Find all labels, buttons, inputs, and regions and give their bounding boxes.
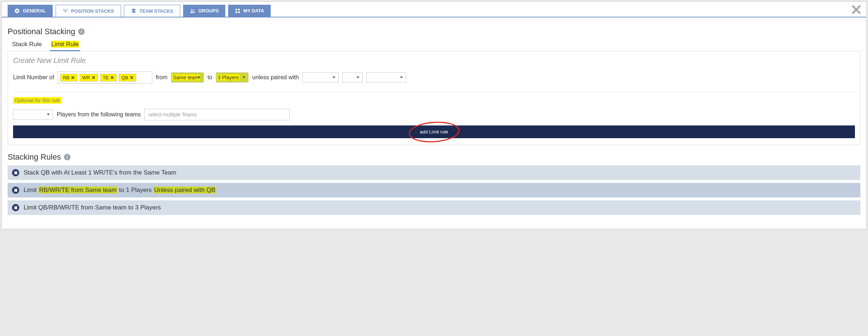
rule-item[interactable]: ✖Limit QB/RB/WR/TE from Same team to 3 P… (8, 200, 860, 215)
tab-label: GENERAL (23, 8, 46, 13)
svg-point-4 (193, 9, 194, 11)
stacking-rules-text: Stacking Rules (8, 152, 61, 162)
layers-icon (131, 8, 137, 14)
info-icon[interactable]: i (78, 28, 85, 35)
remove-icon[interactable]: ✕ (110, 75, 114, 80)
limit-number-label: Limit Number of (13, 74, 54, 81)
remove-icon[interactable]: ✕ (130, 75, 134, 80)
subtab-stack-rule[interactable]: Stack Rule (11, 40, 43, 51)
tag-label: TE (103, 75, 109, 80)
tab-label: POSITION STACKS (71, 8, 114, 14)
tag-label: QB (121, 75, 128, 80)
grid-icon (235, 8, 241, 14)
divider (13, 92, 855, 92)
tag-rb[interactable]: RB✕ (60, 74, 77, 81)
positional-heading-text: Positional Stacking (8, 27, 75, 36)
svg-rect-6 (238, 9, 240, 11)
svg-rect-8 (238, 11, 240, 13)
nodes-icon (62, 8, 68, 14)
subtab-limit-rule[interactable]: Limit Rule (50, 40, 80, 51)
to-select[interactable]: 3 Players (216, 72, 249, 83)
tab-position-stacks[interactable]: POSITION STACKS (56, 5, 121, 17)
delete-icon[interactable]: ✖ (12, 169, 19, 176)
rule-text: Stack QB with At Least 1 WR/TE's from th… (24, 169, 177, 176)
stacking-rules-heading: Stacking Rules i (8, 145, 860, 165)
unless-select-1[interactable] (302, 72, 339, 83)
tab-label: TEAM STACKS (140, 8, 173, 14)
limit-rule-panel: Create New Limit Rule Limit Number of RB… (8, 51, 860, 145)
positions-input[interactable]: RB✕ WR✕ TE✕ QB✕ (58, 71, 152, 84)
tag-qb[interactable]: QB✕ (119, 74, 136, 81)
teams-input[interactable]: select multiple Teams (144, 109, 290, 120)
unless-select-3[interactable] (366, 72, 406, 83)
subtabs: Stack Rule Limit Rule (8, 40, 860, 51)
limit-row: Limit Number of RB✕ WR✕ TE✕ QB✕ from Sam… (13, 71, 855, 84)
svg-rect-0 (63, 9, 64, 10)
rules-list: ✖Stack QB with At Least 1 WR/TE's from t… (8, 165, 860, 215)
tab-team-stacks[interactable]: TEAM STACKS (124, 5, 180, 17)
svg-rect-1 (66, 9, 67, 10)
button-label: add Limit rule (420, 129, 448, 135)
info-icon[interactable]: i (64, 154, 70, 160)
content-area: Positional Stacking i Stack Rule Limit R… (2, 17, 866, 229)
unless-label: unless paired with (252, 74, 299, 81)
remove-icon[interactable]: ✕ (92, 75, 96, 80)
svg-rect-5 (235, 9, 237, 11)
rule-text: Limit RB/WR/TE from Same team to 1 Playe… (24, 187, 216, 194)
gear-icon (14, 8, 20, 14)
select-value: 3 Players (217, 75, 239, 80)
tab-groups[interactable]: GROUPS (183, 5, 225, 17)
tag-te[interactable]: TE✕ (100, 74, 117, 81)
tab-label: GROUPS (198, 8, 219, 13)
unless-select-2[interactable] (342, 72, 363, 83)
svg-rect-7 (235, 11, 237, 13)
tab-general[interactable]: GENERAL (8, 5, 53, 17)
from-label: from (156, 74, 167, 81)
remove-icon[interactable]: ✕ (71, 75, 75, 80)
rule-text: Limit QB/RB/WR/TE from Same team to 3 Pl… (24, 204, 161, 211)
top-tabs: GENERAL POSITION STACKS TEAM STACKS GROU… (2, 2, 866, 17)
teams-label: Players from the following teams (57, 111, 141, 118)
svg-point-3 (191, 9, 193, 11)
svg-rect-2 (65, 11, 66, 12)
tag-wr[interactable]: WR✕ (80, 74, 98, 81)
rule-item[interactable]: ✖Limit RB/WR/TE from Same team to 1 Play… (8, 183, 860, 197)
panel-heading: Create New Limit Rule (13, 56, 855, 65)
optional-row: Players from the following teams select … (13, 109, 855, 120)
add-limit-rule-button[interactable]: add Limit rule (13, 125, 855, 138)
optional-label: Optional for this rule (13, 97, 61, 104)
close-icon[interactable]: ✕ (850, 3, 863, 17)
modal-window: ✕ GENERAL POSITION STACKS TEAM STACKS GR… (1, 1, 867, 229)
delete-icon[interactable]: ✖ (12, 204, 19, 211)
tag-label: RB (63, 75, 69, 80)
subtab-label: Limit Rule (51, 41, 79, 48)
placeholder-text: select multiple Teams (148, 112, 197, 117)
tab-label: MY DATA (243, 8, 264, 13)
from-select[interactable]: Same team (171, 72, 204, 83)
to-label: to (207, 74, 212, 81)
tag-label: WR (82, 75, 90, 80)
delete-icon[interactable]: ✖ (12, 187, 19, 194)
optional-select[interactable] (13, 109, 53, 120)
positional-heading: Positional Stacking i (8, 22, 860, 40)
subtab-label: Stack Rule (12, 41, 42, 48)
tab-my-data[interactable]: MY DATA (228, 5, 271, 17)
rule-item[interactable]: ✖Stack QB with At Least 1 WR/TE's from t… (8, 165, 860, 180)
select-value: Same team (172, 75, 200, 80)
users-icon (190, 8, 195, 14)
